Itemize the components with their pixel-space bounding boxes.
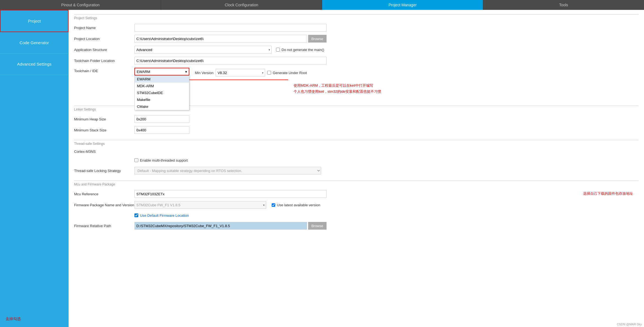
nav-project-manager[interactable]: Project Manager	[322, 0, 483, 10]
project-location-input[interactable]	[134, 35, 307, 43]
nav-clock[interactable]: Clock Configuration	[161, 0, 322, 10]
content-area: Project Settings Project Name Project Lo…	[69, 10, 644, 327]
dropdown-item-ewarm[interactable]: EWARM	[135, 76, 189, 83]
generate-under-root-label: Generate Under Root	[273, 71, 307, 75]
toolchain-folder-control	[134, 57, 327, 64]
min-heap-input[interactable]	[134, 115, 189, 123]
dropdown-item-makefile[interactable]: Makefile	[135, 96, 189, 103]
thread-lock-label: Thread-safe Locking Strategy	[74, 169, 134, 173]
project-name-row: Project Name	[69, 22, 644, 33]
toolchain-dropdown-header[interactable]: EWARM	[134, 68, 189, 75]
project-location-input-group: Browse	[134, 35, 327, 43]
min-version-select[interactable]: V8.32	[216, 69, 265, 77]
sidebar-item-project[interactable]: Project	[0, 10, 69, 32]
use-latest-checkbox[interactable]	[272, 203, 275, 207]
thread-lock-select[interactable]: Default - Mapping suitable strategy depe…	[134, 167, 321, 174]
project-location-browse-button[interactable]: Browse	[308, 35, 327, 43]
toolchain-ide-label: Toolchain / IDE	[74, 68, 134, 73]
enable-multithreaded-row: Enable multi-threaded support	[69, 155, 644, 165]
mcu-ref-label: Mcu Reference	[74, 192, 134, 196]
min-stack-input[interactable]	[134, 126, 189, 134]
sidebar-item-advanced-settings[interactable]: Advanced Settings	[0, 53, 69, 75]
min-heap-row: Minimum Heap Size	[69, 114, 644, 125]
do-not-generate-label: Do not generate the main()	[282, 48, 324, 52]
app-structure-select[interactable]: Advanced	[134, 46, 272, 53]
project-settings-header: Project Settings	[74, 14, 639, 20]
sidebar-item-code-generator[interactable]: Code Generator	[0, 32, 69, 53]
thread-lock-control: Default - Mapping suitable strategy depe…	[134, 167, 327, 174]
thread-lock-row: Thread-safe Locking Strategy Default - M…	[69, 165, 644, 176]
use-latest-wrapper: Use latest available version	[272, 203, 320, 207]
fw-relative-path-control: Browse	[134, 222, 327, 230]
app-structure-select-wrapper: Advanced ▾	[134, 46, 272, 53]
thread-safe-header: Thread-safe Settings	[74, 140, 639, 146]
project-location-row: Project Location Browse	[69, 33, 644, 44]
annotation-uncheck: 去掉勾选	[0, 311, 69, 327]
main-layout: Project Code Generator Advanced Settings…	[0, 10, 644, 327]
min-heap-control	[134, 115, 189, 123]
use-default-fw-checkbox[interactable]	[134, 213, 138, 217]
project-name-control	[134, 24, 327, 32]
mcu-firmware-header: Mcu and Firmware Package	[74, 181, 639, 186]
min-stack-row: Minimum Stack Size	[69, 125, 644, 136]
app-structure-control: Advanced ▾ Do not generate the main()	[134, 46, 327, 53]
app-structure-row: Application Structure Advanced ▾ Do not …	[69, 44, 644, 55]
use-default-fw-wrapper: Use Default Firmware Location	[134, 213, 189, 218]
top-navigation: Pinout & Configuration Clock Configurati…	[0, 0, 644, 10]
mcu-ref-input[interactable]	[134, 190, 327, 198]
dropdown-item-mdk-arm[interactable]: MDK-ARM	[135, 83, 189, 89]
dropdown-item-stm32cubeide[interactable]: STM32CubeIDE	[135, 89, 189, 96]
enable-multithreaded-wrapper: Enable multi-threaded support	[134, 158, 188, 162]
generate-under-root-wrapper: Generate Under Root	[267, 71, 307, 75]
mcu-ref-control	[134, 190, 327, 198]
use-default-fw-row: Use Default Firmware Location	[69, 210, 644, 220]
dropdown-item-cmake[interactable]: CMake	[135, 103, 189, 110]
fw-pkg-select[interactable]: STM32Cube FW_F1 V1.8.5	[134, 201, 266, 209]
app-structure-label: Application Structure	[74, 48, 134, 52]
nav-pinout[interactable]: Pinout & Configuration	[0, 0, 161, 10]
toolchain-dropdown-list: EWARM MDK-ARM STM32CubeIDE Makefile CMak…	[134, 75, 189, 110]
toolchain-folder-label: Toolchain Folder Location	[74, 59, 134, 63]
min-heap-label: Minimum Heap Size	[74, 117, 134, 121]
do-not-generate-checkbox-wrapper: Do not generate the main()	[276, 48, 324, 52]
watermark: CSDN @MAR·Sky	[617, 323, 642, 326]
fw-relative-path-input-group: Browse	[134, 222, 327, 230]
project-name-label: Project Name	[74, 26, 134, 30]
annotation-mdk-arm: 使用MDK-ARM，工程最后是可以在keil中打开编写 个人也习惯使用keil，…	[294, 83, 381, 95]
enable-multithreaded-checkbox[interactable]	[134, 158, 138, 162]
fw-relative-path-input[interactable]	[134, 222, 307, 230]
do-not-generate-checkbox[interactable]	[276, 48, 280, 52]
thread-lock-select-wrapper: Default - Mapping suitable strategy depe…	[134, 167, 321, 174]
project-location-control: Browse	[134, 35, 327, 43]
min-version-area: Min Version V8.32 ▾ Generate Under Root	[195, 69, 307, 77]
min-stack-control	[134, 126, 189, 134]
toolchain-dropdown-area: EWARM EWARM MDK-ARM STM32CubeIDE Makefil…	[134, 68, 189, 75]
toolchain-ide-row: Toolchain / IDE EWARM EWARM MDK-ARM STM3…	[69, 66, 644, 78]
sidebar: Project Code Generator Advanced Settings…	[0, 10, 69, 327]
fw-pkg-select-wrapper: STM32Cube FW_F1 V1.8.5 ▾	[134, 201, 266, 209]
toolchain-folder-row: Toolchain Folder Location	[69, 55, 644, 66]
mcu-ref-row: Mcu Reference	[69, 188, 644, 199]
toolchain-folder-input[interactable]	[134, 57, 327, 64]
fw-pkg-label: Firmware Package Name and Version	[74, 203, 134, 207]
annotation-fw-location: 选择自己下载的固件包存放地址	[583, 191, 633, 196]
generate-under-root-checkbox[interactable]	[267, 71, 271, 75]
fw-pkg-row: Firmware Package Name and Version STM32C…	[69, 199, 644, 210]
cortex-label: Cortex-M3NS	[69, 148, 644, 155]
project-name-input[interactable]	[134, 24, 327, 32]
fw-relative-path-label: Firmware Relative Path	[74, 224, 134, 228]
min-stack-label: Minimum Stack Size	[74, 128, 134, 132]
fw-pkg-control: STM32Cube FW_F1 V1.8.5 ▾ Use latest avai…	[134, 201, 320, 209]
min-version-select-wrapper: V8.32 ▾	[216, 69, 265, 77]
fw-relative-path-row: Firmware Relative Path Browse	[69, 220, 644, 231]
toolchain-ide-control: EWARM EWARM MDK-ARM STM32CubeIDE Makefil…	[134, 68, 307, 77]
nav-tools[interactable]: Tools	[483, 0, 644, 10]
project-location-label: Project Location	[74, 37, 134, 41]
fw-relative-path-browse-button[interactable]: Browse	[308, 222, 327, 230]
